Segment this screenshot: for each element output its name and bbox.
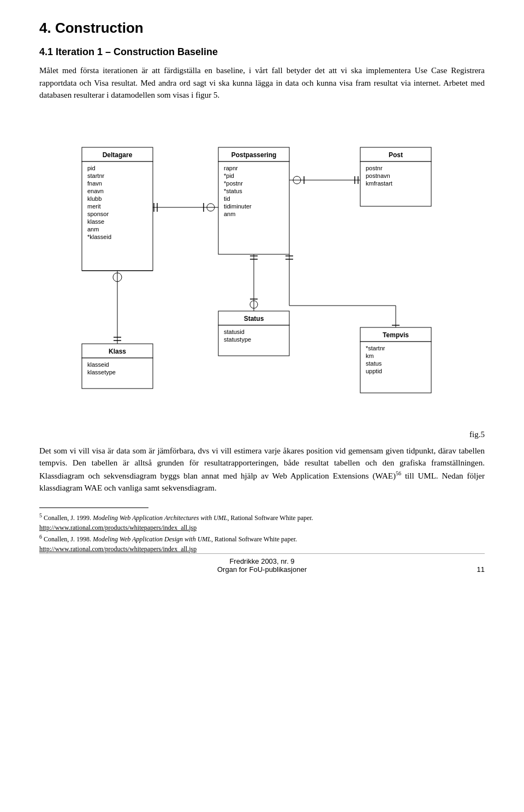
footer: Fredrikke 2003, nr. 9 Organ for FoU-publ… — [39, 553, 485, 574]
paragraph-1: Målet med första iterationen är att färd… — [39, 64, 485, 101]
svg-text:klasse: klasse — [87, 218, 104, 225]
figure-label: fig.5 — [39, 430, 485, 439]
section-title: 4.1 Iteration 1 – Construction Baseline — [39, 46, 485, 58]
footnote-6-url[interactable]: http://www.rational.com/products/whitepa… — [39, 545, 196, 553]
footnote-6: 6 Conallen, J. 1998. Modeling Web Applic… — [39, 533, 485, 554]
svg-text:km: km — [366, 353, 374, 359]
chapter-title: 4. Construction — [39, 20, 485, 37]
svg-text:tid: tid — [224, 195, 230, 202]
svg-text:Tempvis: Tempvis — [383, 331, 409, 339]
svg-text:postnr: postnr — [366, 165, 383, 171]
svg-text:Deltagare: Deltagare — [103, 151, 133, 159]
svg-text:Status: Status — [244, 315, 264, 323]
footer-title: Fredrikke 2003, nr. 9 — [229, 557, 294, 565]
svg-text:*startnr: *startnr — [366, 345, 385, 351]
svg-text:*klasseid: *klasseid — [87, 234, 111, 240]
svg-text:statusid: statusid — [224, 329, 245, 335]
svg-text:*status: *status — [224, 188, 242, 194]
svg-text:anm: anm — [224, 211, 235, 217]
paragraph-2: Det som vi vill visa är data som är jämf… — [39, 445, 485, 494]
svg-text:startnr: startnr — [87, 172, 105, 179]
svg-text:enavn: enavn — [87, 188, 104, 194]
page-number: 11 — [477, 562, 485, 574]
svg-text:sponsor: sponsor — [87, 211, 109, 217]
svg-text:merit: merit — [87, 203, 100, 210]
svg-text:status: status — [366, 360, 382, 367]
svg-text:pid: pid — [87, 165, 96, 171]
svg-text:Klass: Klass — [109, 348, 126, 355]
svg-text:klasseid: klasseid — [87, 361, 109, 368]
svg-text:statustype: statustype — [224, 336, 251, 343]
svg-text:klassetype: klassetype — [87, 369, 116, 375]
svg-text:tidiminuter: tidiminuter — [224, 203, 252, 210]
svg-text:kmfrastart: kmfrastart — [366, 180, 392, 187]
footnote-5: 5 Conallen, J. 1999. Modeling Web Applic… — [39, 511, 485, 533]
svg-text:postnavn: postnavn — [366, 172, 390, 179]
svg-text:Postpassering: Postpassering — [231, 151, 277, 159]
svg-text:*pid: *pid — [224, 172, 234, 179]
svg-text:fnavn: fnavn — [87, 180, 102, 187]
footnote-5-url[interactable]: http://www.rational.com/products/whitepa… — [39, 524, 196, 532]
footnote-divider — [39, 507, 148, 508]
svg-text:Post: Post — [389, 151, 403, 159]
svg-text:rapnr: rapnr — [224, 165, 238, 171]
svg-text:upptid: upptid — [366, 368, 382, 374]
svg-text:klubb: klubb — [87, 195, 102, 202]
uml-diagram: Deltagare pid startnr fnavn enavn klubb … — [49, 115, 475, 426]
svg-text:*postnr: *postnr — [224, 180, 243, 187]
svg-text:anm: anm — [87, 226, 99, 232]
footer-subtitle: Organ for FoU-publikasjoner — [217, 565, 307, 574]
